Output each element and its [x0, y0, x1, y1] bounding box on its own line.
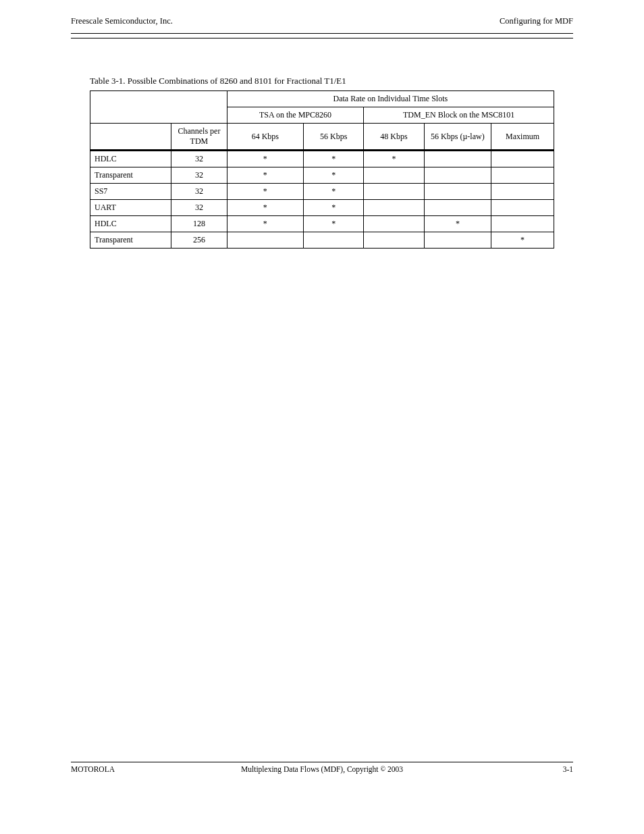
table-row: UART 32 * * [90, 200, 554, 216]
cell: 32 [171, 200, 227, 216]
table-row: Transparent 256 * [90, 232, 554, 249]
cell: * [304, 184, 364, 200]
cell: 32 [171, 184, 227, 200]
header-section: Configuring for MDF [500, 16, 573, 26]
cell: * [227, 216, 303, 232]
cell-label: Transparent [90, 167, 171, 184]
cell [424, 232, 491, 249]
th-8260-a56: 56 Kbps (µ-law) [424, 124, 491, 151]
cell: * [491, 232, 554, 249]
mdf-table: Data Rate on Individual Time Slots TSA o… [90, 90, 554, 249]
cell [227, 232, 303, 249]
table-row: SS7 32 * * [90, 184, 554, 200]
th-group-8101: TDM_EN Block on the MSC8101 [364, 107, 554, 124]
cell [364, 216, 424, 232]
cell-label: UART [90, 200, 171, 216]
table-caption: Table 3-1. Possible Combinations of 8260… [71, 76, 573, 86]
header-rule-thin [71, 38, 573, 38]
header-rule-thick [71, 33, 573, 34]
table-row: HDLC 128 * * * [90, 216, 554, 232]
cell [424, 167, 491, 184]
th-8260-56: 56 Kbps [304, 124, 364, 151]
th-blank [90, 91, 227, 124]
cell [364, 184, 424, 200]
cell: * [304, 200, 364, 216]
page-footer: MOTOROLA Multiplexing Data Flows (MDF), … [71, 762, 573, 773]
cell-label: HDLC [90, 151, 171, 167]
cell: 32 [171, 167, 227, 184]
table-row: Transparent 32 * * [90, 167, 554, 184]
cell [304, 232, 364, 249]
cell [491, 151, 554, 167]
table-row: HDLC 32 * * * [90, 151, 554, 167]
cell [424, 184, 491, 200]
cell [424, 151, 491, 167]
header-company: Freescale Semiconductor, Inc. [71, 16, 173, 26]
cell: * [227, 200, 303, 216]
cell: * [304, 216, 364, 232]
th-8260-64: 64 Kbps [227, 124, 303, 151]
th-channels: Channels per TDM [171, 124, 227, 151]
cell-label: HDLC [90, 216, 171, 232]
th-group-top: Data Rate on Individual Time Slots [227, 91, 554, 107]
cell: 128 [171, 216, 227, 232]
th-group-8260: TSA on the MPC8260 [227, 107, 364, 124]
cell [491, 184, 554, 200]
th-8101-48: 48 Kbps [364, 124, 424, 151]
footer-center: Multiplexing Data Flows (MDF), Copyright… [71, 765, 573, 773]
cell: * [227, 151, 303, 167]
cell [491, 167, 554, 184]
cell-label: Transparent [90, 232, 171, 249]
cell [491, 216, 554, 232]
th-protocol [90, 124, 171, 151]
cell: 256 [171, 232, 227, 249]
cell: 32 [171, 151, 227, 167]
cell: * [227, 167, 303, 184]
cell: * [304, 167, 364, 184]
cell [364, 200, 424, 216]
cell: * [364, 151, 424, 167]
cell [424, 200, 491, 216]
copyright-icon: © [380, 765, 385, 773]
th-8101-max: Maximum [491, 124, 554, 151]
footer-rule [71, 762, 573, 762]
cell: * [304, 151, 364, 167]
cell [491, 200, 554, 216]
cell: * [424, 216, 491, 232]
cell [364, 232, 424, 249]
cell [364, 167, 424, 184]
cell: * [227, 184, 303, 200]
cell-label: SS7 [90, 184, 171, 200]
